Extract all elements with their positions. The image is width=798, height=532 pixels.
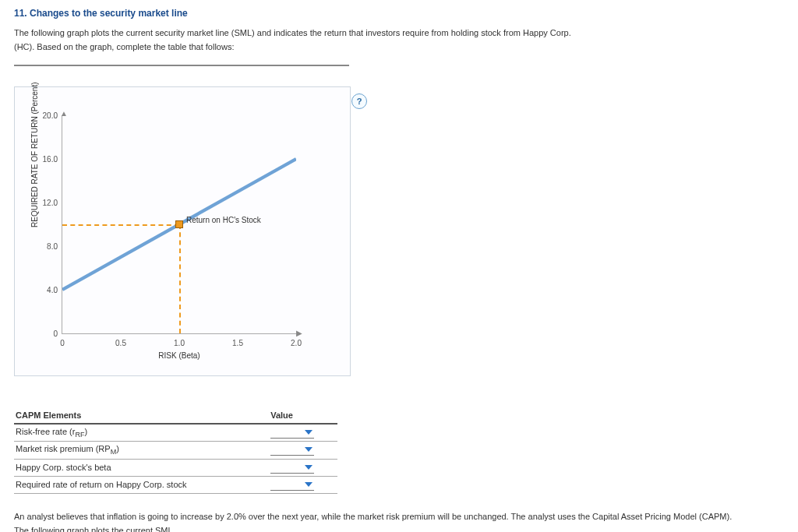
y-tick: 0 [36,329,58,338]
intro-line-1: The following graph plots the current se… [14,28,571,37]
followup-text: An analyst believes that inflation is go… [14,509,747,532]
row-label: Required rate of return on Happy Corp. s… [14,476,269,493]
intro-text: The following graph plots the current se… [14,26,784,54]
guide-vertical [179,224,181,333]
x-tick: 2.0 [291,339,302,347]
capm-table: CAPM Elements Value Risk-free rate (rRF)… [14,407,337,493]
help-icon[interactable]: ? [351,93,367,109]
value-dropdown[interactable] [270,427,314,439]
intro-line-2: (HC). Based on the graph, complete the t… [14,42,235,51]
x-tick: 0.5 [115,339,126,347]
x-tick: 1.5 [232,339,243,347]
value-dropdown[interactable] [270,462,314,474]
divider [14,65,349,66]
table-row: Required rate of return on Happy Corp. s… [14,476,337,493]
y-tick: 16.0 [36,155,58,164]
x-axis-label: RISK (Beta) [158,351,200,360]
table-row: Market risk premium (RPM) [14,442,337,459]
y-tick: 12.0 [36,199,58,207]
table-row: Risk-free rate (rRF) [14,424,337,442]
y-tick: 8.0 [36,242,58,251]
plot-area: ▲ ▶ 0 4.0 8.0 12.0 16.0 20.0 0 0.5 1.0 1… [62,115,296,334]
row-label: Risk-free rate (rRF) [14,424,269,442]
capm-header-elements: CAPM Elements [14,407,269,424]
value-dropdown[interactable] [270,479,314,491]
capm-header-value: Value [269,407,337,424]
guide-horizontal [62,224,179,226]
x-tick: 0 [60,339,65,347]
page-title: 11. Changes to the security market line [14,8,784,19]
hc-marker[interactable] [175,220,183,228]
value-dropdown[interactable] [270,444,314,456]
row-label: Market risk premium (RPM) [14,442,269,459]
x-tick: 1.0 [174,339,185,347]
table-row: Happy Corp. stock's beta [14,459,337,476]
y-axis-arrow-icon: ▲ [60,109,68,118]
y-tick: 20.0 [36,111,58,120]
sml-chart: ? REQUIRED RATE OF RETURN (Percent) ▲ ▶ … [14,86,351,376]
y-tick: 4.0 [36,286,58,294]
row-label: Happy Corp. stock's beta [14,459,269,476]
x-axis-arrow-icon: ▶ [296,329,302,337]
hc-marker-label: Return on HC's Stock [186,216,261,224]
